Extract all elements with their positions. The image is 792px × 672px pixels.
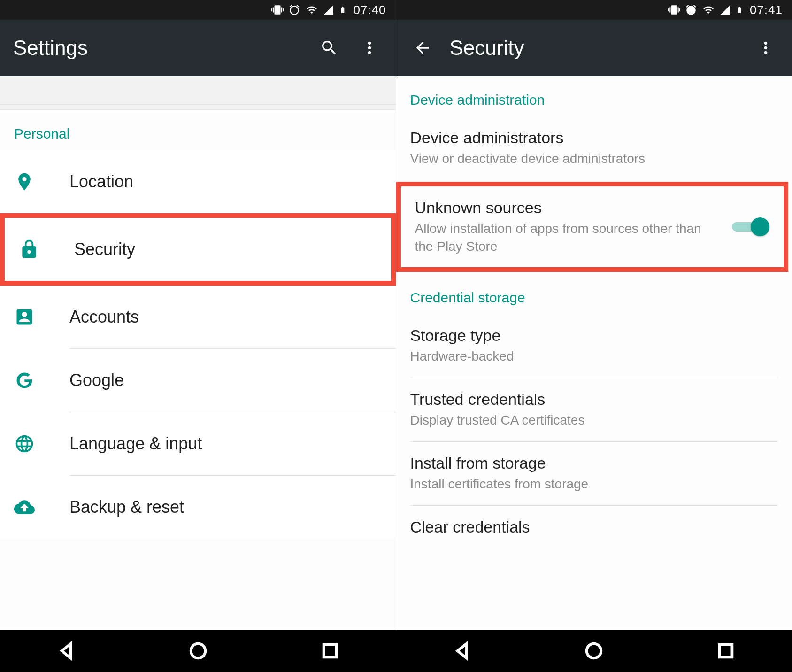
location-icon bbox=[14, 171, 35, 192]
backup-icon bbox=[14, 497, 35, 518]
settings-item-security[interactable]: Security bbox=[5, 218, 391, 281]
section-header-personal: Personal bbox=[0, 110, 396, 150]
app-bar-title: Security bbox=[450, 36, 739, 60]
settings-item-label: Accounts bbox=[69, 307, 382, 327]
wifi-icon bbox=[305, 4, 318, 15]
signal-icon bbox=[323, 4, 334, 15]
nav-recent-icon[interactable] bbox=[319, 640, 341, 662]
security-screen: 07:41 Security Device administration Dev… bbox=[396, 0, 792, 630]
settings-item-accounts[interactable]: Accounts bbox=[0, 286, 396, 348]
settings-item-label: Location bbox=[69, 172, 382, 192]
nav-home-icon[interactable] bbox=[583, 640, 605, 662]
row-subtitle: Allow installation of apps from sources … bbox=[415, 220, 723, 255]
status-icons bbox=[271, 4, 346, 16]
svg-point-0 bbox=[191, 644, 205, 658]
account-box-icon bbox=[14, 307, 35, 327]
status-bar: 07:41 bbox=[396, 0, 792, 20]
nav-back-icon[interactable] bbox=[55, 640, 77, 662]
app-bar: Security bbox=[396, 20, 792, 76]
status-time: 07:40 bbox=[353, 3, 386, 17]
settings-item-location[interactable]: Location bbox=[0, 150, 396, 213]
status-time: 07:41 bbox=[750, 3, 783, 17]
row-device-administrators[interactable]: Device administrators View or deactivate… bbox=[396, 116, 792, 180]
nav-home-icon[interactable] bbox=[187, 640, 209, 662]
row-unknown-sources[interactable]: Unknown sources Allow installation of ap… bbox=[401, 186, 784, 268]
settings-screen: 07:40 Settings Personal Location bbox=[0, 0, 396, 630]
row-title: Trusted credentials bbox=[410, 390, 769, 409]
row-title: Device administrators bbox=[410, 129, 769, 147]
settings-item-backup[interactable]: Backup & reset bbox=[0, 476, 396, 539]
row-clear-credentials[interactable]: Clear credentials bbox=[396, 506, 792, 551]
more-vert-icon bbox=[360, 39, 379, 57]
svg-rect-3 bbox=[720, 645, 732, 657]
navigation-bar bbox=[0, 630, 792, 672]
settings-item-label: Google bbox=[69, 371, 382, 390]
signal-icon bbox=[720, 4, 731, 15]
alarm-icon bbox=[288, 4, 300, 16]
wifi-icon bbox=[702, 4, 715, 15]
vibrate-icon bbox=[271, 4, 284, 16]
settings-item-label: Language & input bbox=[69, 434, 382, 454]
row-title: Install from storage bbox=[410, 454, 769, 472]
search-icon bbox=[320, 39, 338, 57]
svg-point-2 bbox=[587, 644, 601, 658]
unknown-sources-toggle[interactable] bbox=[732, 216, 769, 237]
highlight-unknown-sources: Unknown sources Allow installation of ap… bbox=[396, 182, 789, 272]
row-subtitle: View or deactivate device administrators bbox=[410, 150, 769, 168]
row-title: Unknown sources bbox=[415, 199, 723, 217]
overflow-button[interactable] bbox=[753, 35, 779, 61]
svg-rect-1 bbox=[323, 645, 336, 657]
language-icon bbox=[14, 433, 35, 454]
overflow-button[interactable] bbox=[356, 35, 383, 61]
search-button[interactable] bbox=[316, 35, 342, 61]
row-subtitle: Hardware-backed bbox=[410, 348, 769, 365]
lock-icon bbox=[19, 239, 39, 260]
battery-icon bbox=[736, 4, 743, 16]
row-storage-type[interactable]: Storage type Hardware-backed bbox=[396, 314, 792, 378]
status-icons bbox=[668, 4, 743, 16]
more-vert-icon bbox=[756, 39, 775, 57]
spacer bbox=[0, 76, 396, 104]
settings-item-google[interactable]: Google bbox=[0, 349, 396, 412]
google-icon bbox=[14, 370, 35, 391]
back-button[interactable] bbox=[409, 35, 436, 61]
row-install-from-storage[interactable]: Install from storage Install certificate… bbox=[396, 442, 792, 505]
row-title: Storage type bbox=[410, 326, 769, 345]
settings-item-language[interactable]: Language & input bbox=[0, 412, 396, 475]
nav-recent-icon[interactable] bbox=[715, 640, 737, 662]
status-bar: 07:40 bbox=[0, 0, 396, 20]
vibrate-icon bbox=[668, 4, 680, 16]
row-subtitle: Display trusted CA certificates bbox=[410, 411, 769, 429]
row-subtitle: Install certificates from storage bbox=[410, 475, 769, 493]
spacer bbox=[0, 104, 396, 110]
app-bar: Settings bbox=[0, 20, 396, 76]
section-header-credential-storage: Credential storage bbox=[396, 274, 792, 314]
battery-icon bbox=[339, 4, 346, 16]
app-bar-title: Settings bbox=[13, 36, 302, 60]
section-header-device-admin: Device administration bbox=[396, 76, 792, 116]
row-trusted-credentials[interactable]: Trusted credentials Display trusted CA c… bbox=[396, 378, 792, 441]
highlight-security: Security bbox=[0, 213, 396, 286]
settings-item-label: Security bbox=[74, 239, 377, 259]
alarm-icon bbox=[685, 4, 697, 16]
settings-item-label: Backup & reset bbox=[69, 497, 382, 517]
row-title: Clear credentials bbox=[410, 518, 769, 536]
nav-back-icon[interactable] bbox=[451, 640, 473, 662]
back-arrow-icon bbox=[413, 39, 432, 57]
